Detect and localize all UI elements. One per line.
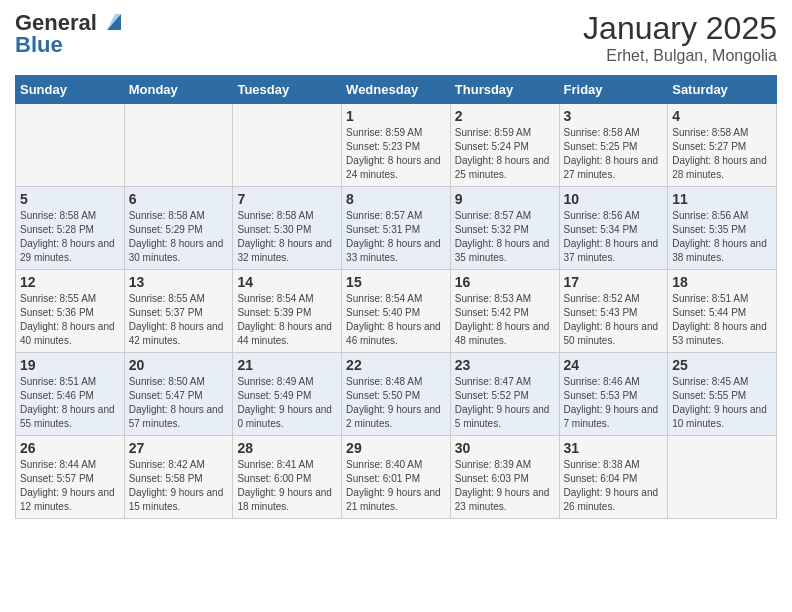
calendar-cell: 1Sunrise: 8:59 AM Sunset: 5:23 PM Daylig… (342, 104, 451, 187)
calendar-cell: 12Sunrise: 8:55 AM Sunset: 5:36 PM Dayli… (16, 270, 125, 353)
day-header-monday: Monday (124, 76, 233, 104)
calendar-cell: 24Sunrise: 8:46 AM Sunset: 5:53 PM Dayli… (559, 353, 668, 436)
calendar-cell: 27Sunrise: 8:42 AM Sunset: 5:58 PM Dayli… (124, 436, 233, 519)
cell-content: Sunrise: 8:55 AM Sunset: 5:37 PM Dayligh… (129, 292, 229, 348)
day-number: 23 (455, 357, 555, 373)
calendar-cell: 31Sunrise: 8:38 AM Sunset: 6:04 PM Dayli… (559, 436, 668, 519)
day-number: 22 (346, 357, 446, 373)
cell-content: Sunrise: 8:57 AM Sunset: 5:32 PM Dayligh… (455, 209, 555, 265)
day-number: 18 (672, 274, 772, 290)
day-number: 1 (346, 108, 446, 124)
calendar-table: SundayMondayTuesdayWednesdayThursdayFrid… (15, 75, 777, 519)
cell-content: Sunrise: 8:40 AM Sunset: 6:01 PM Dayligh… (346, 458, 446, 514)
cell-content: Sunrise: 8:39 AM Sunset: 6:03 PM Dayligh… (455, 458, 555, 514)
week-row-4: 19Sunrise: 8:51 AM Sunset: 5:46 PM Dayli… (16, 353, 777, 436)
calendar-cell: 28Sunrise: 8:41 AM Sunset: 6:00 PM Dayli… (233, 436, 342, 519)
calendar-cell: 9Sunrise: 8:57 AM Sunset: 5:32 PM Daylig… (450, 187, 559, 270)
day-number: 12 (20, 274, 120, 290)
day-number: 25 (672, 357, 772, 373)
day-number: 15 (346, 274, 446, 290)
cell-content: Sunrise: 8:59 AM Sunset: 5:23 PM Dayligh… (346, 126, 446, 182)
day-header-wednesday: Wednesday (342, 76, 451, 104)
cell-content: Sunrise: 8:47 AM Sunset: 5:52 PM Dayligh… (455, 375, 555, 431)
day-number: 24 (564, 357, 664, 373)
day-number: 20 (129, 357, 229, 373)
cell-content: Sunrise: 8:53 AM Sunset: 5:42 PM Dayligh… (455, 292, 555, 348)
calendar-cell: 20Sunrise: 8:50 AM Sunset: 5:47 PM Dayli… (124, 353, 233, 436)
title-section: January 2025 Erhet, Bulgan, Mongolia (583, 10, 777, 65)
calendar-cell: 10Sunrise: 8:56 AM Sunset: 5:34 PM Dayli… (559, 187, 668, 270)
cell-content: Sunrise: 8:57 AM Sunset: 5:31 PM Dayligh… (346, 209, 446, 265)
calendar-cell: 4Sunrise: 8:58 AM Sunset: 5:27 PM Daylig… (668, 104, 777, 187)
cell-content: Sunrise: 8:50 AM Sunset: 5:47 PM Dayligh… (129, 375, 229, 431)
day-header-thursday: Thursday (450, 76, 559, 104)
day-number: 27 (129, 440, 229, 456)
day-number: 14 (237, 274, 337, 290)
cell-content: Sunrise: 8:58 AM Sunset: 5:28 PM Dayligh… (20, 209, 120, 265)
day-number: 19 (20, 357, 120, 373)
calendar-cell: 23Sunrise: 8:47 AM Sunset: 5:52 PM Dayli… (450, 353, 559, 436)
day-number: 29 (346, 440, 446, 456)
calendar-cell: 14Sunrise: 8:54 AM Sunset: 5:39 PM Dayli… (233, 270, 342, 353)
calendar-cell (668, 436, 777, 519)
day-number: 10 (564, 191, 664, 207)
day-number: 31 (564, 440, 664, 456)
calendar-cell: 19Sunrise: 8:51 AM Sunset: 5:46 PM Dayli… (16, 353, 125, 436)
cell-content: Sunrise: 8:59 AM Sunset: 5:24 PM Dayligh… (455, 126, 555, 182)
cell-content: Sunrise: 8:54 AM Sunset: 5:40 PM Dayligh… (346, 292, 446, 348)
cell-content: Sunrise: 8:52 AM Sunset: 5:43 PM Dayligh… (564, 292, 664, 348)
day-number: 16 (455, 274, 555, 290)
day-number: 2 (455, 108, 555, 124)
calendar-cell: 15Sunrise: 8:54 AM Sunset: 5:40 PM Dayli… (342, 270, 451, 353)
cell-content: Sunrise: 8:41 AM Sunset: 6:00 PM Dayligh… (237, 458, 337, 514)
day-number: 3 (564, 108, 664, 124)
cell-content: Sunrise: 8:45 AM Sunset: 5:55 PM Dayligh… (672, 375, 772, 431)
cell-content: Sunrise: 8:54 AM Sunset: 5:39 PM Dayligh… (237, 292, 337, 348)
day-number: 26 (20, 440, 120, 456)
week-row-1: 1Sunrise: 8:59 AM Sunset: 5:23 PM Daylig… (16, 104, 777, 187)
calendar-cell (16, 104, 125, 187)
calendar-cell: 3Sunrise: 8:58 AM Sunset: 5:25 PM Daylig… (559, 104, 668, 187)
cell-content: Sunrise: 8:38 AM Sunset: 6:04 PM Dayligh… (564, 458, 664, 514)
cell-content: Sunrise: 8:42 AM Sunset: 5:58 PM Dayligh… (129, 458, 229, 514)
calendar-cell: 29Sunrise: 8:40 AM Sunset: 6:01 PM Dayli… (342, 436, 451, 519)
calendar-cell: 16Sunrise: 8:53 AM Sunset: 5:42 PM Dayli… (450, 270, 559, 353)
calendar-cell (124, 104, 233, 187)
calendar-cell: 8Sunrise: 8:57 AM Sunset: 5:31 PM Daylig… (342, 187, 451, 270)
day-header-saturday: Saturday (668, 76, 777, 104)
calendar-cell: 21Sunrise: 8:49 AM Sunset: 5:49 PM Dayli… (233, 353, 342, 436)
page-header: General Blue January 2025 Erhet, Bulgan,… (15, 10, 777, 65)
calendar-cell: 6Sunrise: 8:58 AM Sunset: 5:29 PM Daylig… (124, 187, 233, 270)
day-number: 17 (564, 274, 664, 290)
day-number: 21 (237, 357, 337, 373)
cell-content: Sunrise: 8:58 AM Sunset: 5:27 PM Dayligh… (672, 126, 772, 182)
calendar-cell: 2Sunrise: 8:59 AM Sunset: 5:24 PM Daylig… (450, 104, 559, 187)
cell-content: Sunrise: 8:58 AM Sunset: 5:30 PM Dayligh… (237, 209, 337, 265)
calendar-cell: 13Sunrise: 8:55 AM Sunset: 5:37 PM Dayli… (124, 270, 233, 353)
cell-content: Sunrise: 8:46 AM Sunset: 5:53 PM Dayligh… (564, 375, 664, 431)
day-number: 9 (455, 191, 555, 207)
cell-content: Sunrise: 8:49 AM Sunset: 5:49 PM Dayligh… (237, 375, 337, 431)
day-number: 30 (455, 440, 555, 456)
calendar-cell (233, 104, 342, 187)
days-header-row: SundayMondayTuesdayWednesdayThursdayFrid… (16, 76, 777, 104)
calendar-cell: 18Sunrise: 8:51 AM Sunset: 5:44 PM Dayli… (668, 270, 777, 353)
calendar-cell: 17Sunrise: 8:52 AM Sunset: 5:43 PM Dayli… (559, 270, 668, 353)
day-number: 7 (237, 191, 337, 207)
cell-content: Sunrise: 8:51 AM Sunset: 5:46 PM Dayligh… (20, 375, 120, 431)
calendar-cell: 25Sunrise: 8:45 AM Sunset: 5:55 PM Dayli… (668, 353, 777, 436)
calendar-cell: 7Sunrise: 8:58 AM Sunset: 5:30 PM Daylig… (233, 187, 342, 270)
week-row-2: 5Sunrise: 8:58 AM Sunset: 5:28 PM Daylig… (16, 187, 777, 270)
cell-content: Sunrise: 8:48 AM Sunset: 5:50 PM Dayligh… (346, 375, 446, 431)
day-number: 4 (672, 108, 772, 124)
cell-content: Sunrise: 8:56 AM Sunset: 5:34 PM Dayligh… (564, 209, 664, 265)
logo-icon (99, 10, 121, 32)
day-header-tuesday: Tuesday (233, 76, 342, 104)
week-row-5: 26Sunrise: 8:44 AM Sunset: 5:57 PM Dayli… (16, 436, 777, 519)
cell-content: Sunrise: 8:51 AM Sunset: 5:44 PM Dayligh… (672, 292, 772, 348)
cell-content: Sunrise: 8:44 AM Sunset: 5:57 PM Dayligh… (20, 458, 120, 514)
month-year: January 2025 (583, 10, 777, 47)
cell-content: Sunrise: 8:56 AM Sunset: 5:35 PM Dayligh… (672, 209, 772, 265)
cell-content: Sunrise: 8:58 AM Sunset: 5:25 PM Dayligh… (564, 126, 664, 182)
cell-content: Sunrise: 8:58 AM Sunset: 5:29 PM Dayligh… (129, 209, 229, 265)
